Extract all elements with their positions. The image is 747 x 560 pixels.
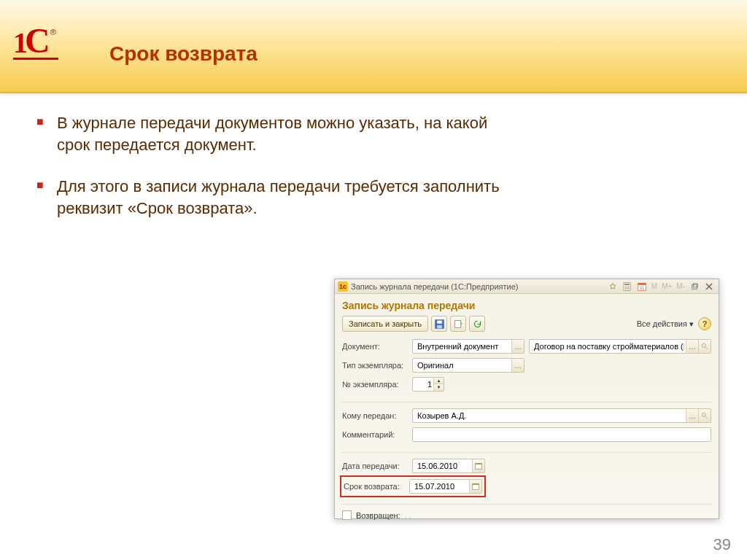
all-actions-link[interactable]: Все действия ▾ bbox=[637, 319, 694, 329]
window-titlebar[interactable]: 1c Запись журнала передачи (1С:Предприят… bbox=[335, 279, 719, 294]
svg-point-4 bbox=[628, 287, 629, 287]
returned-checkbox[interactable] bbox=[342, 510, 352, 520]
window-title: Запись журнала передачи (1С:Предприятие) bbox=[351, 282, 518, 291]
ellipsis-icon[interactable]: … bbox=[686, 409, 698, 422]
slide-body: В журнале передачи документов можно указ… bbox=[0, 93, 747, 219]
svg-point-2 bbox=[625, 287, 626, 287]
label-copy-no: № экземпляра: bbox=[342, 380, 408, 389]
returned-date-value: . . bbox=[405, 511, 411, 520]
app-logo-icon: 1c bbox=[338, 281, 348, 292]
doc-name-input[interactable] bbox=[533, 341, 686, 351]
comment-field[interactable] bbox=[412, 427, 711, 442]
window-restore-icon[interactable] bbox=[688, 281, 701, 292]
ellipsis-icon[interactable]: … bbox=[511, 340, 524, 353]
given-to-input[interactable] bbox=[416, 411, 686, 421]
copy-no-input[interactable] bbox=[416, 379, 433, 389]
given-to-field[interactable]: … bbox=[412, 408, 711, 423]
comment-input[interactable] bbox=[416, 429, 711, 440]
slide-title: Срок возврата bbox=[109, 42, 258, 66]
spinner-icon[interactable]: ▲▼ bbox=[433, 378, 444, 391]
svg-rect-15 bbox=[437, 325, 442, 328]
row-return-date: Срок возврата: bbox=[342, 478, 484, 495]
logo-1c: 1С® bbox=[13, 20, 64, 60]
search-icon[interactable] bbox=[698, 409, 711, 422]
svg-point-17 bbox=[702, 343, 705, 347]
svg-point-7 bbox=[628, 288, 629, 289]
copy-type-field[interactable]: … bbox=[412, 358, 525, 373]
calendar-icon[interactable] bbox=[469, 480, 481, 493]
bullet-list: В журнале передачи документов можно указ… bbox=[36, 112, 503, 219]
mem-mminus-button[interactable]: M- bbox=[675, 282, 686, 290]
window-heading: Запись журнала передачи bbox=[342, 300, 711, 311]
mem-m-button[interactable]: M bbox=[650, 282, 659, 290]
close-icon[interactable] bbox=[703, 281, 716, 292]
toolbar: Записать и закрыть Все действия ▾ ? bbox=[342, 316, 711, 332]
svg-text:31: 31 bbox=[640, 285, 644, 289]
ellipsis-icon[interactable]: … bbox=[511, 359, 524, 372]
svg-point-3 bbox=[627, 287, 627, 287]
label-document: Документ: bbox=[342, 342, 408, 351]
svg-point-6 bbox=[627, 288, 627, 289]
ellipsis-icon[interactable]: … bbox=[686, 340, 698, 353]
label-transfer-date: Дата передачи: bbox=[342, 462, 408, 470]
help-icon[interactable]: ? bbox=[698, 317, 711, 330]
return-date-input[interactable] bbox=[413, 481, 469, 491]
save-close-button[interactable]: Записать и закрыть bbox=[342, 316, 428, 332]
copy-type-input[interactable] bbox=[416, 360, 511, 370]
row-document: Документ: … … bbox=[342, 339, 711, 354]
label-comment: Комментарий: bbox=[342, 430, 408, 439]
transfer-date-field[interactable] bbox=[412, 459, 485, 473]
row-comment: Комментарий: bbox=[342, 427, 711, 442]
refresh-icon-button[interactable] bbox=[469, 316, 485, 332]
doc-type-field[interactable]: … bbox=[412, 339, 525, 354]
svg-rect-16 bbox=[454, 320, 460, 327]
svg-rect-22 bbox=[473, 483, 479, 484]
label-return-date: Срок возврата: bbox=[344, 482, 405, 491]
label-copy-type: Тип экземпляра: bbox=[342, 361, 408, 370]
svg-rect-14 bbox=[437, 320, 442, 323]
copy-no-field[interactable]: ▲▼ bbox=[412, 377, 444, 392]
bullet-item: Для этого в записи журнала передачи треб… bbox=[36, 176, 503, 219]
page-number: 39 bbox=[713, 535, 731, 554]
app-window: 1c Запись журнала передачи (1С:Предприят… bbox=[334, 279, 719, 519]
calendar-icon[interactable]: 31 bbox=[635, 281, 649, 292]
calendar-icon[interactable] bbox=[472, 459, 484, 472]
label-returned: Возвращен: bbox=[356, 511, 400, 520]
svg-point-5 bbox=[625, 288, 626, 289]
bullet-item: В журнале передачи документов можно указ… bbox=[36, 112, 503, 155]
search-icon[interactable] bbox=[698, 340, 711, 353]
svg-rect-9 bbox=[638, 283, 646, 284]
save-icon-button[interactable] bbox=[431, 316, 447, 332]
action-icon-button[interactable] bbox=[450, 316, 466, 332]
svg-rect-20 bbox=[476, 463, 482, 464]
calculator-icon[interactable] bbox=[621, 281, 634, 292]
slide-header: 1С® Срок возврата bbox=[0, 0, 747, 93]
transfer-date-input[interactable] bbox=[416, 461, 472, 471]
row-given-to: Кому передан: … bbox=[342, 402, 711, 423]
favorite-icon[interactable] bbox=[606, 281, 619, 292]
svg-point-18 bbox=[702, 413, 705, 416]
label-given-to: Кому передан: bbox=[342, 411, 408, 420]
doc-name-field[interactable]: … bbox=[529, 339, 711, 354]
row-transfer-date: Дата передачи: bbox=[342, 452, 711, 473]
row-returned: Возвращен: . . bbox=[342, 504, 711, 520]
row-copy-no: № экземпляра: ▲▼ bbox=[342, 377, 711, 392]
return-date-field[interactable] bbox=[409, 479, 482, 494]
mem-mplus-button[interactable]: M+ bbox=[660, 282, 673, 290]
doc-type-input[interactable] bbox=[416, 341, 511, 351]
row-copy-type: Тип экземпляра: … bbox=[342, 358, 711, 373]
svg-rect-1 bbox=[624, 284, 630, 285]
